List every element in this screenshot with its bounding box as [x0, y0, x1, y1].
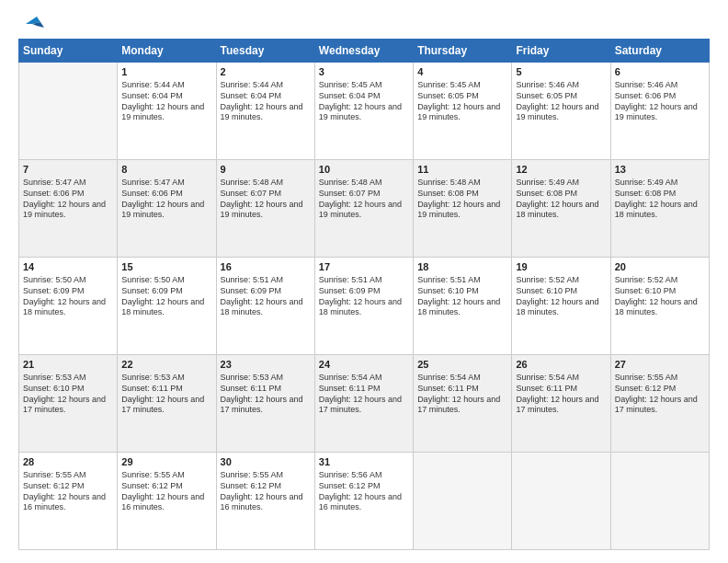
calendar-week-row: 28Sunrise: 5:55 AMSunset: 6:12 PMDayligh…	[19, 453, 710, 550]
day-number: 27	[615, 358, 705, 372]
day-number: 28	[23, 455, 113, 469]
day-info: Sunrise: 5:44 AMSunset: 6:04 PMDaylight:…	[121, 80, 211, 124]
sunset-text: Sunset: 6:09 PM	[23, 286, 85, 295]
day-info: Sunrise: 5:54 AMSunset: 6:11 PMDaylight:…	[319, 373, 409, 417]
day-number: 31	[319, 455, 409, 469]
page: Sunday Monday Tuesday Wednesday Thursday…	[0, 0, 728, 563]
sunset-text: Sunset: 6:11 PM	[121, 384, 183, 393]
sunrise-text: Sunrise: 5:48 AM	[221, 178, 284, 187]
sunrise-text: Sunrise: 5:53 AM	[23, 373, 86, 382]
daylight-text: Daylight: 12 hours and 17 minutes.	[319, 395, 402, 415]
col-friday: Friday	[512, 40, 610, 63]
day-number: 26	[516, 358, 606, 372]
day-number: 18	[417, 260, 507, 274]
daylight-text: Daylight: 12 hours and 18 minutes.	[615, 297, 698, 317]
table-cell: 29Sunrise: 5:55 AMSunset: 6:12 PMDayligh…	[118, 453, 216, 550]
table-cell: 5Sunrise: 5:46 AMSunset: 6:05 PMDaylight…	[512, 63, 610, 160]
day-info: Sunrise: 5:48 AMSunset: 6:07 PMDaylight:…	[221, 178, 311, 222]
sunrise-text: Sunrise: 5:46 AM	[516, 80, 579, 89]
day-info: Sunrise: 5:52 AMSunset: 6:10 PMDaylight:…	[615, 275, 705, 319]
sunrise-text: Sunrise: 5:46 AM	[615, 80, 678, 89]
sunset-text: Sunset: 6:04 PM	[319, 91, 381, 100]
daylight-text: Daylight: 12 hours and 19 minutes.	[615, 102, 698, 122]
day-number: 16	[221, 260, 311, 274]
sunset-text: Sunset: 6:08 PM	[615, 189, 677, 198]
daylight-text: Daylight: 12 hours and 17 minutes.	[23, 395, 106, 415]
sunset-text: Sunset: 6:07 PM	[319, 189, 381, 198]
day-number: 25	[417, 358, 507, 372]
sunrise-text: Sunrise: 5:52 AM	[516, 275, 579, 284]
day-info: Sunrise: 5:53 AMSunset: 6:11 PMDaylight:…	[221, 373, 311, 417]
table-cell: 31Sunrise: 5:56 AMSunset: 6:12 PMDayligh…	[314, 453, 413, 550]
calendar-week-row: 14Sunrise: 5:50 AMSunset: 6:09 PMDayligh…	[19, 258, 710, 355]
table-cell	[610, 453, 709, 550]
day-number: 3	[319, 65, 409, 79]
sunset-text: Sunset: 6:06 PM	[615, 91, 677, 100]
day-number: 19	[516, 260, 606, 274]
day-number: 8	[121, 163, 211, 177]
day-number: 6	[615, 65, 705, 79]
sunrise-text: Sunrise: 5:49 AM	[615, 178, 678, 187]
day-info: Sunrise: 5:48 AMSunset: 6:08 PMDaylight:…	[417, 178, 507, 222]
sunset-text: Sunset: 6:06 PM	[23, 189, 85, 198]
table-cell: 17Sunrise: 5:51 AMSunset: 6:09 PMDayligh…	[314, 258, 413, 355]
col-saturday: Saturday	[610, 40, 709, 63]
table-cell: 15Sunrise: 5:50 AMSunset: 6:09 PMDayligh…	[118, 258, 216, 355]
sunset-text: Sunset: 6:12 PM	[23, 481, 85, 490]
sunset-text: Sunset: 6:12 PM	[121, 481, 183, 490]
day-number: 21	[23, 358, 113, 372]
table-cell: 4Sunrise: 5:45 AMSunset: 6:05 PMDaylight…	[414, 63, 512, 160]
daylight-text: Daylight: 12 hours and 16 minutes.	[319, 492, 402, 512]
sunset-text: Sunset: 6:12 PM	[615, 384, 677, 393]
sunrise-text: Sunrise: 5:53 AM	[121, 373, 185, 382]
daylight-text: Daylight: 12 hours and 17 minutes.	[221, 395, 303, 415]
table-cell: 12Sunrise: 5:49 AMSunset: 6:08 PMDayligh…	[512, 160, 610, 258]
day-info: Sunrise: 5:48 AMSunset: 6:07 PMDaylight:…	[319, 178, 409, 222]
table-cell: 23Sunrise: 5:53 AMSunset: 6:11 PMDayligh…	[216, 355, 314, 453]
daylight-text: Daylight: 12 hours and 18 minutes.	[221, 297, 303, 317]
daylight-text: Daylight: 12 hours and 18 minutes.	[516, 297, 598, 317]
day-number: 20	[615, 260, 705, 274]
day-number: 22	[121, 358, 211, 372]
daylight-text: Daylight: 12 hours and 18 minutes.	[615, 200, 698, 220]
sunrise-text: Sunrise: 5:50 AM	[23, 275, 86, 284]
sunset-text: Sunset: 6:05 PM	[516, 91, 577, 100]
day-number: 11	[417, 163, 507, 177]
table-cell: 9Sunrise: 5:48 AMSunset: 6:07 PMDaylight…	[216, 160, 314, 258]
sunrise-text: Sunrise: 5:55 AM	[221, 470, 284, 479]
sunrise-text: Sunrise: 5:44 AM	[121, 80, 185, 89]
calendar-table: Sunday Monday Tuesday Wednesday Thursday…	[18, 39, 710, 550]
sunset-text: Sunset: 6:09 PM	[121, 286, 183, 295]
day-info: Sunrise: 5:53 AMSunset: 6:11 PMDaylight:…	[121, 373, 211, 417]
sunset-text: Sunset: 6:10 PM	[516, 286, 577, 295]
day-number: 30	[221, 455, 311, 469]
table-cell: 7Sunrise: 5:47 AMSunset: 6:06 PMDaylight…	[19, 160, 118, 258]
sunset-text: Sunset: 6:04 PM	[121, 91, 183, 100]
sunrise-text: Sunrise: 5:53 AM	[221, 373, 284, 382]
day-info: Sunrise: 5:55 AMSunset: 6:12 PMDaylight:…	[121, 470, 211, 514]
daylight-text: Daylight: 12 hours and 18 minutes.	[319, 297, 402, 317]
day-info: Sunrise: 5:47 AMSunset: 6:06 PMDaylight:…	[121, 178, 211, 222]
sunrise-text: Sunrise: 5:51 AM	[221, 275, 284, 284]
table-cell: 3Sunrise: 5:45 AMSunset: 6:04 PMDaylight…	[314, 63, 413, 160]
col-wednesday: Wednesday	[314, 40, 413, 63]
table-cell: 10Sunrise: 5:48 AMSunset: 6:07 PMDayligh…	[314, 160, 413, 258]
day-info: Sunrise: 5:52 AMSunset: 6:10 PMDaylight:…	[516, 275, 606, 319]
day-number: 10	[319, 163, 409, 177]
sunrise-text: Sunrise: 5:45 AM	[319, 80, 382, 89]
table-cell: 13Sunrise: 5:49 AMSunset: 6:08 PMDayligh…	[610, 160, 709, 258]
col-monday: Monday	[118, 40, 216, 63]
sunset-text: Sunset: 6:06 PM	[121, 189, 183, 198]
day-info: Sunrise: 5:45 AMSunset: 6:04 PMDaylight:…	[319, 80, 409, 124]
daylight-text: Daylight: 12 hours and 17 minutes.	[615, 395, 698, 415]
calendar-week-row: 7Sunrise: 5:47 AMSunset: 6:06 PMDaylight…	[19, 160, 710, 258]
header	[18, 17, 710, 29]
sunrise-text: Sunrise: 5:55 AM	[615, 373, 678, 382]
sunrise-text: Sunrise: 5:54 AM	[319, 373, 382, 382]
calendar-week-row: 1Sunrise: 5:44 AMSunset: 6:04 PMDaylight…	[19, 63, 710, 160]
day-info: Sunrise: 5:46 AMSunset: 6:06 PMDaylight:…	[615, 80, 705, 124]
daylight-text: Daylight: 12 hours and 19 minutes.	[417, 200, 500, 220]
table-cell	[512, 453, 610, 550]
sunset-text: Sunset: 6:11 PM	[417, 384, 479, 393]
day-info: Sunrise: 5:51 AMSunset: 6:09 PMDaylight:…	[221, 275, 311, 319]
